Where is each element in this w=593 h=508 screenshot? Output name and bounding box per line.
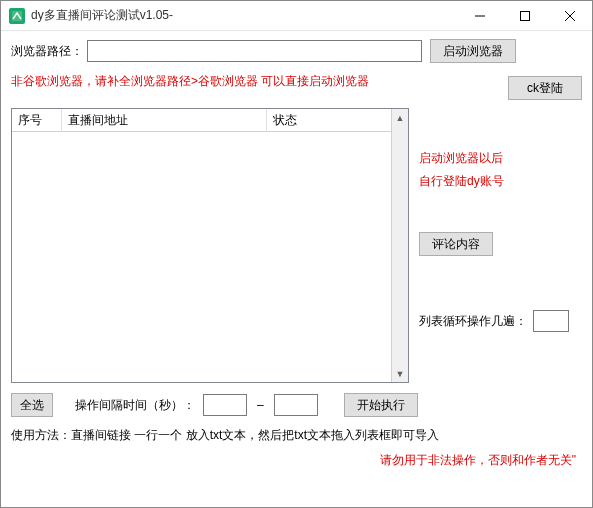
scroll-down-icon[interactable]: ▼	[392, 365, 408, 382]
window-controls	[457, 1, 592, 30]
hint-after-launch: 启动浏览器以后	[419, 150, 503, 167]
comment-content-button[interactable]: 评论内容	[419, 232, 493, 256]
close-button[interactable]	[547, 1, 592, 30]
usage-text: 使用方法：直播间链接 一行一个 放入txt文本，然后把txt文本拖入列表框即可导…	[11, 427, 582, 444]
scroll-track[interactable]	[392, 126, 408, 365]
interval-dash: –	[255, 398, 266, 412]
launch-browser-button[interactable]: 启动浏览器	[430, 39, 516, 63]
column-seq[interactable]: 序号	[12, 109, 62, 131]
window-title: dy多直播间评论测试v1.05-	[31, 7, 457, 24]
hint-self-login: 自行登陆dy账号	[419, 173, 504, 190]
minimize-button[interactable]	[457, 1, 502, 30]
svg-rect-3	[520, 11, 529, 20]
column-status[interactable]: 状态	[267, 109, 408, 131]
titlebar: dy多直播间评论测试v1.05-	[1, 1, 592, 31]
interval-min-input[interactable]	[203, 394, 247, 416]
scroll-up-icon[interactable]: ▲	[392, 109, 408, 126]
loop-count-label: 列表循环操作几遍：	[419, 313, 527, 330]
table-header: 序号 直播间地址 状态	[12, 109, 408, 132]
room-table[interactable]: 序号 直播间地址 状态 ▲ ▼	[11, 108, 409, 383]
maximize-button[interactable]	[502, 1, 547, 30]
loop-count-input[interactable]	[533, 310, 569, 332]
browser-path-label: 浏览器路径：	[11, 43, 83, 60]
app-icon	[9, 8, 25, 24]
warning-text: 请勿用于非法操作，否则和作者无关"	[11, 452, 582, 469]
column-url[interactable]: 直播间地址	[62, 109, 267, 131]
table-scrollbar[interactable]: ▲ ▼	[391, 109, 408, 382]
select-all-button[interactable]: 全选	[11, 393, 53, 417]
browser-path-input[interactable]	[87, 40, 422, 62]
ck-login-button[interactable]: ck登陆	[508, 76, 582, 100]
interval-label: 操作间隔时间（秒）：	[75, 397, 195, 414]
interval-max-input[interactable]	[274, 394, 318, 416]
start-button[interactable]: 开始执行	[344, 393, 418, 417]
